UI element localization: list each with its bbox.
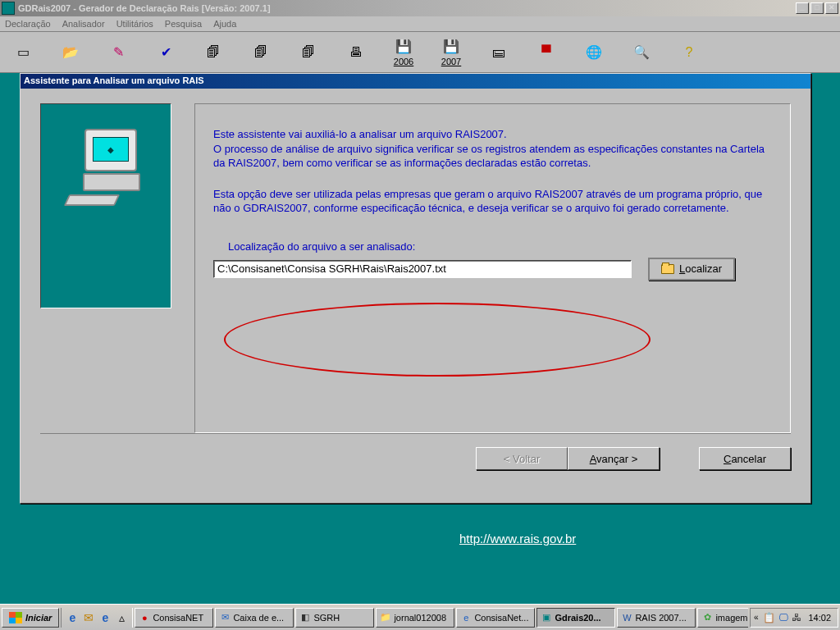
toolbar-new-button[interactable]: ▭ xyxy=(13,38,33,67)
chart-icon: ▀ xyxy=(538,44,555,61)
task-label: ConsisaNET xyxy=(153,613,203,623)
folder-open-icon: 📂 xyxy=(62,44,79,61)
task-buttons: ●ConsisaNET✉Caixa de e...◧SGRH📁jornal012… xyxy=(135,608,748,628)
quick-launch: e ✉ e ▵ xyxy=(61,608,133,628)
taskbar-task[interactable]: ✿imagem - P... xyxy=(697,608,748,628)
task-icon: ● xyxy=(139,612,150,623)
taskbar-task[interactable]: WRAIS 2007... xyxy=(617,608,696,628)
computer-icon: ◆ xyxy=(65,129,147,219)
magnifier-icon: 🔍 xyxy=(633,44,650,61)
task-icon: ✉ xyxy=(219,612,231,623)
task-icon: ▣ xyxy=(541,612,552,623)
toolbar-edit-button[interactable]: ✎ xyxy=(108,38,128,67)
file-path-input[interactable] xyxy=(213,260,632,278)
toolbar-print-button[interactable]: 🖶 xyxy=(346,38,366,67)
files-icon: 🗐 xyxy=(205,44,221,61)
toolbar-check-button[interactable]: ✔ xyxy=(156,38,176,67)
windows-flag-icon xyxy=(9,612,22,623)
start-label: Iniciar xyxy=(25,613,52,623)
ql-outlook-icon[interactable]: ✉ xyxy=(81,610,96,625)
rais-url-link[interactable]: http://www.rais.gov.br xyxy=(459,532,576,546)
toolbar-search-button[interactable]: 🔍 xyxy=(632,38,651,67)
file-location-row: Localizar xyxy=(213,258,772,281)
close-button[interactable]: ✕ xyxy=(825,2,838,14)
task-label: Gdrais20... xyxy=(555,613,600,623)
toolbar-year-2006-button[interactable]: 💾2006 xyxy=(394,38,413,67)
window-controls: _ □ ✕ xyxy=(796,2,838,14)
app-icon xyxy=(2,2,15,15)
wizard-intro-text: Este assistente vai auxiliá-lo a analisa… xyxy=(213,127,772,216)
cancel-button[interactable]: Cancelar xyxy=(699,447,791,470)
menu-analisador[interactable]: Analisador xyxy=(62,19,105,29)
toolbar-year-2007-button[interactable]: 💾2007 xyxy=(441,38,461,67)
dialog-body: ◆ Este assistente vai auxiliá-lo a anali… xyxy=(21,89,810,433)
file-location-label: Localização do arquivo a ser analisado: xyxy=(228,240,772,253)
intro-line1: Este assistente vai auxiliá-lo a analisa… xyxy=(213,128,507,140)
disk2-icon: 🖴 xyxy=(491,44,507,61)
app-titlebar: GDRais2007 - Gerador de Declaração Rais … xyxy=(0,0,840,16)
minimize-button[interactable]: _ xyxy=(796,2,809,14)
menu-pesquisa[interactable]: Pesquisa xyxy=(165,19,202,29)
task-label: Caixa de e... xyxy=(233,613,284,623)
next-button[interactable]: Avançar > xyxy=(568,447,660,470)
ql-ie-icon-2[interactable]: e xyxy=(98,610,112,625)
menu-utilitarios[interactable]: Utilitários xyxy=(116,19,153,29)
check-icon: ✔ xyxy=(158,44,174,61)
localizar-button[interactable]: Localizar xyxy=(648,258,735,281)
menu-ajuda[interactable]: Ajuda xyxy=(213,19,236,29)
task-label: RAIS 2007... xyxy=(635,613,686,623)
taskbar-task[interactable]: 📁jornal012008 xyxy=(376,608,454,628)
taskbar: Iniciar e ✉ e ▵ ●ConsisaNET✉Caixa de e..… xyxy=(0,604,840,630)
task-label: jornal012008 xyxy=(394,613,446,623)
help-icon: ? xyxy=(681,44,697,61)
taskbar-task[interactable]: ✉Caixa de e... xyxy=(215,608,294,628)
toolbar-disk-button[interactable]: 🖴 xyxy=(489,38,509,67)
toolbar-help-button[interactable]: ? xyxy=(679,38,699,67)
taskbar-task[interactable]: eConsisaNet... xyxy=(456,608,535,628)
task-icon: ◧ xyxy=(299,612,311,623)
task-icon: e xyxy=(460,612,472,623)
menu-declaracao[interactable]: Declaração xyxy=(5,19,51,29)
clock: 14:02 xyxy=(805,613,834,623)
taskbar-task[interactable]: ◧SGRH xyxy=(295,608,374,628)
year-2006-label: 2006 xyxy=(394,57,413,66)
toolbar-files2-button[interactable]: 🗐 xyxy=(251,38,271,67)
task-icon: ✿ xyxy=(701,612,713,623)
toolbar-chart-button[interactable]: ▀ xyxy=(536,38,556,67)
pencil-sparkle-icon: ✎ xyxy=(110,44,126,61)
tray-chevron-icon[interactable]: « xyxy=(754,613,759,622)
year-2007-label: 2007 xyxy=(441,57,461,66)
localizar-label: ocalizar xyxy=(685,262,722,275)
dialog-footer: < Voltar Avançar > Cancelar xyxy=(40,433,791,470)
toolbar-files1-button[interactable]: 🗐 xyxy=(203,38,223,67)
folder-icon xyxy=(661,264,674,274)
task-label: SGRH xyxy=(313,613,340,623)
task-label: ConsisaNet... xyxy=(474,613,528,623)
menu-bar: Declaração Analisador Utilitários Pesqui… xyxy=(0,16,840,32)
tray-icon-2[interactable]: 🖵 xyxy=(778,612,788,623)
toolbar-globe-button[interactable]: 🌐 xyxy=(584,38,604,67)
maximize-button[interactable]: □ xyxy=(810,2,824,14)
task-icon: 📁 xyxy=(380,612,391,623)
globe-icon: 🌐 xyxy=(586,44,602,61)
ql-desktop-icon[interactable]: ▵ xyxy=(114,610,129,625)
intro-line2: O processo de análise de arquivo signifi… xyxy=(213,143,765,170)
toolbar-files-pen-button[interactable]: 🗐 xyxy=(299,38,318,67)
ql-ie-icon[interactable]: e xyxy=(65,610,80,625)
task-icon: W xyxy=(621,612,632,623)
dialog-title: Assistente para Analisar um arquivo RAIS xyxy=(21,74,810,89)
window-title: GDRais2007 - Gerador de Declaração Rais … xyxy=(18,3,796,13)
toolbar-open-button[interactable]: 📂 xyxy=(61,38,80,67)
wizard-image-panel: ◆ xyxy=(40,103,171,308)
intro-para2: Esta opção deve ser utilizada pelas empr… xyxy=(213,187,772,216)
disk-icon: 💾 xyxy=(443,39,459,55)
disk-icon: 💾 xyxy=(395,39,412,55)
wizard-dialog: Assistente para Analisar um arquivo RAIS… xyxy=(20,73,811,504)
tray-icon-1[interactable]: 📋 xyxy=(763,612,775,623)
tray-icon-3[interactable]: 🖧 xyxy=(792,612,801,623)
taskbar-task[interactable]: ▣Gdrais20... xyxy=(536,608,615,628)
files-arrow-icon: 🗐 xyxy=(253,44,269,61)
taskbar-task[interactable]: ●ConsisaNET xyxy=(135,608,213,628)
start-button[interactable]: Iniciar xyxy=(2,608,59,628)
printer-icon: 🖶 xyxy=(348,44,364,61)
